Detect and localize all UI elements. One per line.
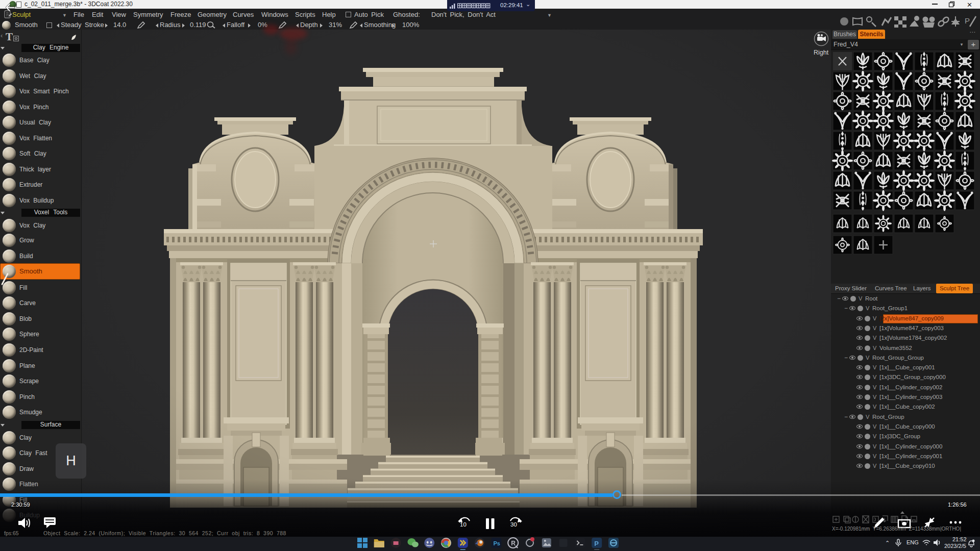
svg-text:Ps: Ps <box>493 540 500 546</box>
svg-text:P: P <box>594 540 599 547</box>
svg-text:R: R <box>511 540 516 547</box>
svg-text:P: P <box>965 16 970 25</box>
